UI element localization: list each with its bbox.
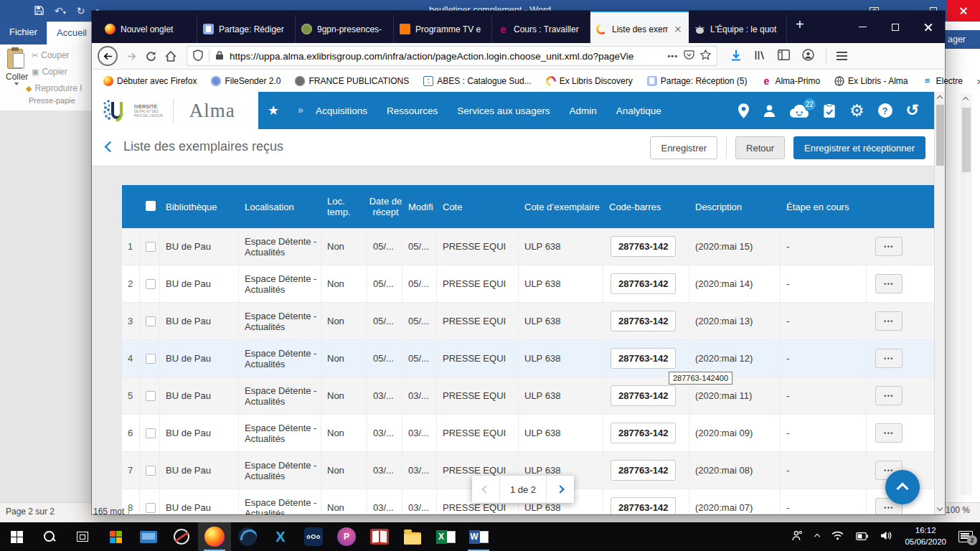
bookmark-alma-primo[interactable]: eAlma-Primo [761,76,820,86]
location-pin-icon[interactable] [738,103,749,118]
app-remote-viewer[interactable] [132,522,165,551]
save-and-receive-button[interactable]: Enregistrer et réceptionner [793,136,925,159]
header-loc-temp[interactable]: Loc. temp. [321,196,367,217]
nav-analytique[interactable]: Analytique [616,105,661,116]
word-tab-fichier[interactable]: Fichier [0,22,47,44]
tab-lequipe[interactable]: L'Équipe : le quot [689,15,787,43]
back-button[interactable] [98,46,118,66]
app-dark-browser[interactable] [231,522,264,551]
row-actions-button[interactable]: ••• [875,237,903,256]
barcode-box[interactable]: 287763-142 [611,273,676,294]
bookmark-star-icon[interactable] [700,50,711,62]
row-checkbox[interactable] [146,428,156,438]
row-checkbox[interactable] [146,279,156,289]
barcode-box[interactable]: 287763-142 [611,460,676,481]
scrollbar-down-icon[interactable] [936,505,942,511]
clock[interactable]: 16:12 05/06/2020 [905,525,946,547]
url-text[interactable]: https://uppa.alma.exlibrisgroup.com/infr… [230,51,661,62]
bookmark-electre[interactable]: ≡Electre [922,76,962,86]
page-actions-icon[interactable]: ••• [667,52,678,60]
volume-icon[interactable] [880,531,892,542]
previous-page-button[interactable] [472,476,499,503]
people-icon[interactable] [792,530,803,543]
word-close-button[interactable] [947,0,980,22]
scrollbar-up-icon[interactable] [936,95,942,101]
next-page-button[interactable] [547,476,574,503]
row-actions-button[interactable]: ••• [875,423,903,443]
nav-services-aux-usagers[interactable]: Services aux usagers [457,105,550,116]
app-reader[interactable] [363,522,396,551]
paste-button[interactable]: Coller [6,72,28,82]
header-library[interactable]: Bibliothèque [160,202,239,212]
tab-close-icon[interactable] [673,24,683,34]
task-view-button[interactable] [66,522,99,551]
history-icon[interactable]: ↺ [906,103,919,118]
row-checkbox[interactable] [146,316,156,326]
favorites-star-icon[interactable]: ★ [268,103,279,118]
word-word-count[interactable]: 165 mot [93,507,129,517]
pocket-icon[interactable] [684,50,694,62]
save-button[interactable]: Enregistrer [650,136,717,159]
select-all-checkbox[interactable] [146,201,156,211]
hidden-icons-chevron[interactable] [814,534,820,540]
chat-assistant-icon[interactable]: 22 [790,104,809,118]
bookmarks-overflow-icon[interactable]: » [977,75,980,87]
row-checkbox[interactable] [146,466,156,476]
bookmark-exlibris-alma[interactable]: Ex Libris - Alma [834,76,908,86]
scroll-up-icon[interactable] [963,97,969,103]
row-actions-button[interactable]: ••• [875,386,903,405]
menu-icon[interactable] [837,52,847,60]
header-date[interactable]: Date de récept [367,196,402,217]
app-nextcloud[interactable]: oOo [297,522,330,551]
header-description[interactable]: Description [689,202,781,212]
header-step[interactable]: Étape en cours [781,202,867,212]
help-icon[interactable]: ? [878,103,892,118]
row-actions-button[interactable]: ••• [875,311,903,331]
app-snipping-tool[interactable] [165,522,198,551]
redo-icon[interactable]: ↻ [77,6,85,16]
word-scrollbar[interactable] [961,93,972,495]
app-file-explorer[interactable] [396,522,429,551]
barcode-box[interactable]: 287763-142 [611,311,676,331]
tasks-clipboard-icon[interactable] [823,103,836,118]
user-icon[interactable] [763,104,776,118]
app-word-open[interactable]: W [462,522,495,551]
home-button[interactable] [165,51,176,62]
barcode-box[interactable]: 287763-142 [611,497,676,514]
lock-icon[interactable] [215,50,224,62]
app-excel[interactable]: X [429,522,462,551]
app-firefox-active[interactable] [198,522,231,551]
word-zoom-level[interactable]: 100 % [946,505,970,515]
sidebar-icon[interactable] [778,50,790,62]
bookmark-debuter-firefox[interactable]: Débuter avec Firefox [103,76,197,86]
library-icon[interactable] [754,50,765,63]
paste-dropdown-icon[interactable] [14,83,19,87]
app-windows-colored[interactable] [99,522,132,551]
row-checkbox[interactable] [146,354,156,364]
account-icon[interactable] [802,49,814,63]
reload-button[interactable] [146,51,156,62]
barcode-box[interactable]: 287763-142 [611,423,676,443]
search-button[interactable] [33,522,66,551]
nav-expand-icon[interactable]: » [298,104,303,116]
app-x[interactable]: X [264,522,297,551]
header-cote-exemplaire[interactable]: Cote d’exemplaire [519,202,603,212]
header-barcode[interactable]: Code-barres [603,202,689,212]
new-tab-button[interactable]: + [787,11,813,43]
bookmark-partage-reception[interactable]: Partage: Réception (5) [647,76,748,86]
row-checkbox[interactable] [146,391,156,401]
barcode-box[interactable]: 287763-142 [611,236,676,257]
bookmark-exlibris-discovery[interactable]: Ex Libris Discovery [546,76,633,86]
bookmark-france-publications[interactable]: FRANCE PUBLICATIONS [295,76,409,86]
forward-button[interactable] [126,51,137,62]
header-modified[interactable]: Modifi [402,202,437,212]
word-scrollbar-thumb[interactable] [962,108,971,172]
return-button[interactable]: Retour [735,136,785,159]
copy-button[interactable]: ▣Copier [32,67,67,77]
word-page-count[interactable]: Page 2 sur 2 [6,507,55,517]
row-actions-button[interactable]: ••• [875,349,903,368]
tab-partage-rediger[interactable]: Partage: Rédiger [197,15,296,43]
barcode-box[interactable]: 287763-142 [611,348,676,369]
gear-icon[interactable]: ⚙ [849,103,864,119]
row-checkbox[interactable] [146,242,156,252]
